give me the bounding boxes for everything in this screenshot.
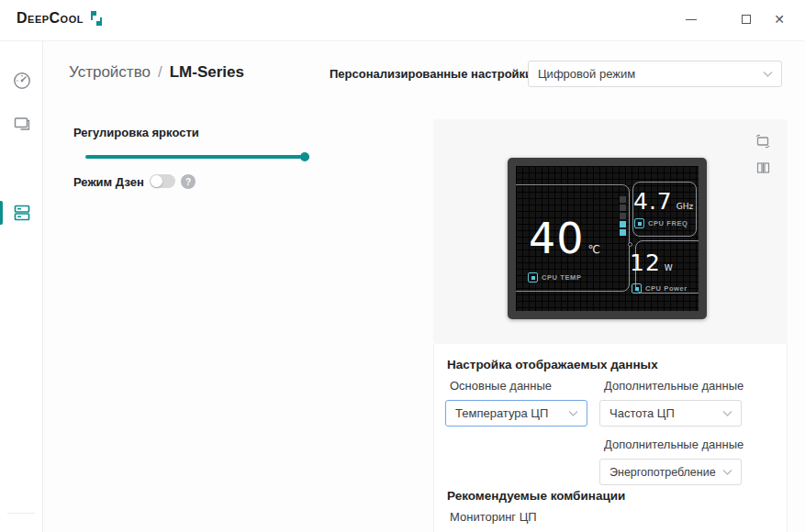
rotate-icon xyxy=(755,134,771,149)
brightness-slider-thumb[interactable] xyxy=(300,152,309,161)
brightness-slider[interactable] xyxy=(85,151,309,162)
rotate-screen-button[interactable] xyxy=(755,134,771,149)
tertiary-data-select[interactable]: Энергопотребление xyxy=(599,459,742,485)
sidebar-divider xyxy=(7,513,35,514)
chevron-down-icon xyxy=(763,71,773,77)
maximize-icon xyxy=(742,15,751,24)
zen-toggle[interactable] xyxy=(150,174,175,188)
cpu-power-value: 12 xyxy=(630,249,661,276)
secondary-data-select[interactable]: Частота ЦП xyxy=(599,400,742,427)
logo-text: DeepCool xyxy=(17,10,84,27)
chevron-down-icon xyxy=(722,469,732,475)
primary-data-label: Основные данные xyxy=(450,379,552,393)
cpu-temp-label: CPU TEMP xyxy=(542,273,582,282)
sidebar xyxy=(0,41,43,532)
minimize-icon xyxy=(686,19,697,20)
personalized-settings-label: Персонализированные настройки xyxy=(330,67,532,81)
tertiary-data-label: Дополнительные данные xyxy=(604,438,744,451)
data-settings-title: Настройка отображаемых данных xyxy=(447,358,658,371)
zen-toggle-knob xyxy=(151,175,162,187)
close-button[interactable]: ✕ xyxy=(766,7,792,31)
primary-data-select[interactable]: Температура ЦП xyxy=(445,400,587,427)
brightness-slider-track xyxy=(85,155,309,159)
sidebar-item-settings[interactable] xyxy=(0,526,43,532)
chevron-down-icon xyxy=(722,410,732,416)
zen-mode-label: Режим Дзен xyxy=(73,175,144,189)
lcd-level-bar xyxy=(620,196,626,236)
secondary-data-label: Дополнительные данные xyxy=(604,379,744,393)
mode-select-value: Цифровой режим xyxy=(538,67,635,81)
breadcrumb-current: LM-Series xyxy=(170,63,244,82)
cpu-temp-value: 40 xyxy=(529,214,585,263)
cpu-power-label: CPU Power xyxy=(645,284,688,293)
cpu-temp-value-group: 40 ℃ xyxy=(529,214,600,263)
breadcrumb: Устройство / LM-Series xyxy=(69,63,244,82)
help-icon[interactable]: ? xyxy=(181,174,196,189)
sidebar-item-dashboard[interactable] xyxy=(0,65,43,96)
breadcrumb-device[interactable]: Устройство xyxy=(69,63,151,82)
cpu-chip-icon xyxy=(528,272,538,283)
mode-select[interactable]: Цифровой режим xyxy=(528,61,782,87)
cpu-freq-label-row: CPU FREQ xyxy=(634,218,688,228)
primary-data-value: Температура ЦП xyxy=(455,406,548,420)
minimize-button[interactable] xyxy=(678,7,704,31)
breadcrumb-separator: / xyxy=(158,63,162,82)
lcd-screen: 40 ℃ CPU TEMP 4.7 GHz CPU FREQ 12 W CPU … xyxy=(516,166,699,311)
sidebar-item-display[interactable] xyxy=(0,108,43,139)
cpu-freq-unit: GHz xyxy=(676,202,693,211)
cpu-chip-icon xyxy=(632,283,642,294)
cpu-freq-value-group: 4.7 GHz xyxy=(633,188,693,215)
flip-screen-button[interactable] xyxy=(756,161,770,175)
maximize-button[interactable] xyxy=(733,7,759,31)
gauge-icon xyxy=(12,71,32,91)
cpu-freq-value: 4.7 xyxy=(633,188,673,215)
chevron-down-icon xyxy=(568,410,578,416)
cpu-chip-icon xyxy=(634,218,644,228)
cpu-temp-label-row: CPU TEMP xyxy=(528,272,582,283)
title-bar: DeepCool ✕ xyxy=(0,0,805,41)
recommended-item-cpu-monitoring[interactable]: Мониторинг ЦП xyxy=(450,510,537,524)
cpu-power-label-row: CPU Power xyxy=(632,283,688,294)
flip-icon xyxy=(756,161,770,175)
cpu-power-value-group: 12 W xyxy=(630,249,673,276)
sidebar-item-lcd-device[interactable] xyxy=(0,197,43,228)
app-window: DeepCool ✕ xyxy=(0,0,805,532)
lcd-panels-icon xyxy=(12,203,32,223)
lcd-region-node xyxy=(628,242,632,247)
recommended-combinations-title: Рекомендуемые комбинации xyxy=(447,489,625,503)
brightness-label: Регулировка яркости xyxy=(73,126,199,139)
tertiary-data-value: Энергопотребление xyxy=(609,466,716,479)
logo-glyph-icon xyxy=(90,10,104,27)
active-indicator xyxy=(0,201,3,225)
cpu-power-unit: W xyxy=(665,263,673,272)
cpu-temp-unit: ℃ xyxy=(588,243,600,256)
cpu-freq-label: CPU FREQ xyxy=(648,219,688,227)
deepcool-logo: DeepCool xyxy=(17,10,104,27)
secondary-data-value: Частота ЦП xyxy=(609,406,675,420)
monitor-icon xyxy=(12,114,32,134)
